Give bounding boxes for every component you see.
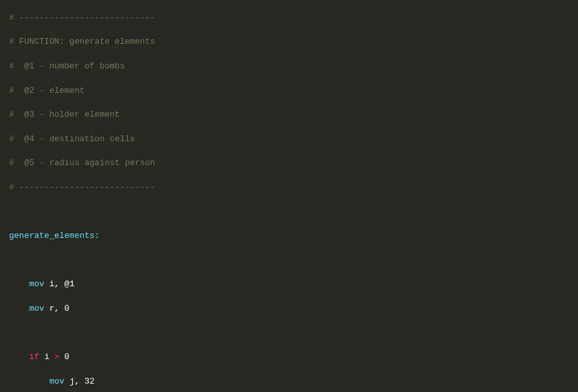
arg-at1: @1 [65,279,75,289]
comment-arg2: # @2 - element [9,86,85,95]
num-32: 32 [85,377,95,386]
comment-arg5: # @5 - radius against person [9,158,155,168]
kw-mov: mov [49,377,64,386]
comment-divider-bottom: # --------------------------- [9,182,155,192]
comment-arg4: # @4 - destination cells [9,134,135,144]
comma: , [54,304,65,313]
comment-divider-top: # --------------------------- [9,13,155,23]
num-0: 0 [65,352,70,362]
comment-title: # FUNCTION: generate elements [9,37,155,46]
num-0: 0 [65,304,70,313]
kw-mov: mov [29,279,44,289]
comment-arg3: # @3 - holder element [9,110,120,119]
comma: , [54,279,65,289]
code-editor[interactable]: # --------------------------- # FUNCTION… [0,0,578,392]
op-gt: > [49,352,64,362]
comma: , [74,377,85,386]
kw-mov: mov [29,304,44,313]
comment-arg1: # @1 - number of bombs [9,61,125,71]
function-label: generate_elements: [9,231,99,240]
kw-if: if [29,352,39,362]
